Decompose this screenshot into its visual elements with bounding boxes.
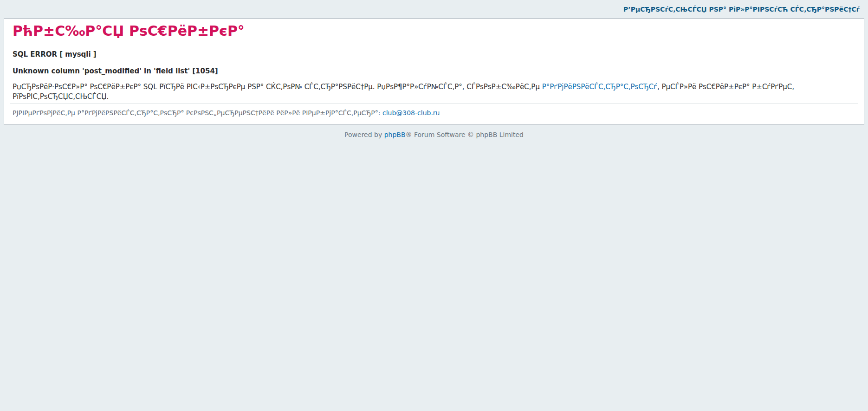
error-panel: РћР±С‰Р°СЏ РѕС€РёР±РєР° SQL ERROR [ mysq…	[4, 18, 864, 125]
administrator-link[interactable]: Р°РґРјРёРЅРёСЃС‚СЂР°С‚РѕСЂСѓ	[542, 83, 657, 91]
top-bar: Р’РµСЂРЅСѓС‚СЊСЃСЏ РЅР° РіР»Р°РІРЅСѓСЋ С…	[0, 0, 868, 15]
error-message: РџСЂРѕРёР·РѕС€Р»Р° РѕС€РёР±РєР° SQL РїСЂ…	[13, 82, 858, 102]
notify-line: РЈРІРµРґРѕРјРёС‚Рµ Р°РґРјРёРЅРёСЃС‚СЂР°С…	[10, 104, 858, 120]
sql-error-label: SQL ERROR [ mysqli ]	[13, 50, 858, 59]
footer: Powered by phpBB® Forum Software © phpBB…	[0, 131, 868, 138]
sql-error-detail: Unknown column 'post_modified' in 'field…	[13, 67, 858, 76]
powered-by-text: Powered by	[344, 131, 384, 138]
webmaster-email-link[interactable]: club@308-club.ru	[382, 109, 440, 117]
phpbb-link[interactable]: phpBB	[384, 131, 406, 138]
back-to-homepage-link[interactable]: Р’РµСЂРЅСѓС‚СЊСЃСЏ РЅР° РіР»Р°РІРЅСѓСЋ С…	[623, 6, 860, 13]
notify-text: РЈРІРµРґРѕРјРёС‚Рµ Р°РґРјРёРЅРёСЃС‚СЂР°С…	[13, 109, 382, 117]
footer-copyright-text: ® Forum Software © phpBB Limited	[406, 131, 524, 138]
error-message-text-before: РџСЂРѕРёР·РѕС€Р»Р° РѕС€РёР±РєР° SQL РїСЂ…	[13, 83, 542, 91]
error-page-title: РћР±С‰Р°СЏ РѕС€РёР±РєР°	[13, 24, 858, 38]
